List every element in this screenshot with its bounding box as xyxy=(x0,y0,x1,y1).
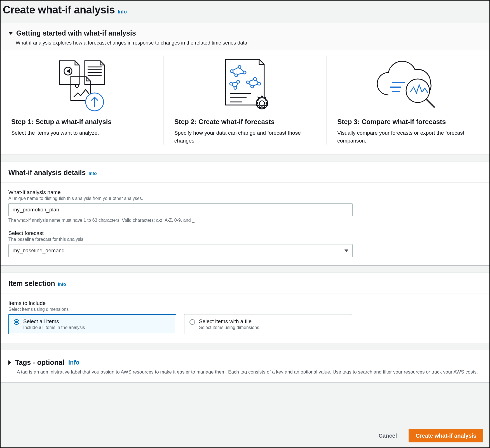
step-1-title: Step 1: Setup a what-if analysis xyxy=(11,118,153,126)
name-hint: A unique name to distinguish this analys… xyxy=(8,196,482,201)
step-3-desc: Visually compare your forecasts or expor… xyxy=(337,129,479,144)
page-info-link[interactable]: Info xyxy=(118,9,127,15)
cloud-analysis-icon xyxy=(337,56,479,115)
tags-info-link[interactable]: Info xyxy=(68,359,79,366)
page-title: Create what-if analysis xyxy=(3,4,115,16)
step-3: Step 3: Compare what-if forecasts Visual… xyxy=(327,56,489,144)
tile-title: Select items with a file xyxy=(199,318,259,325)
svg-line-29 xyxy=(232,82,237,83)
chevron-down-icon xyxy=(344,249,348,252)
step-1: Step 1: Setup a what-if analysis Select … xyxy=(1,56,164,144)
details-info-link[interactable]: Info xyxy=(88,171,97,176)
svg-line-17 xyxy=(240,68,244,71)
tile-desc: Select items using dimensions xyxy=(199,325,259,330)
process-document-icon xyxy=(174,56,316,115)
getting-started-panel: Getting started with what-if analysis Wh… xyxy=(1,23,489,155)
svg-line-31 xyxy=(236,83,238,87)
forecast-select[interactable]: my_baseline_demand xyxy=(8,244,353,257)
tile-desc: Include all items in the analysis xyxy=(23,325,85,330)
step-2-title: Step 2: Create what-if forecasts xyxy=(174,118,316,126)
item-selection-title: Item selection xyxy=(8,279,55,288)
step-2-desc: Specify how your data can change and for… xyxy=(174,129,316,144)
page-header: Create what-if analysis Info xyxy=(1,1,489,23)
details-panel: What-if analysis details Info What-if an… xyxy=(1,162,489,266)
svg-point-27 xyxy=(237,80,240,83)
name-constraint: The what-if analysis name must have 1 to… xyxy=(8,218,482,223)
caret-right-icon xyxy=(8,360,11,365)
svg-line-23 xyxy=(253,84,258,86)
radio-icon xyxy=(189,319,195,325)
step-2: Step 2: Create what-if forecasts Specify… xyxy=(164,56,327,144)
svg-line-25 xyxy=(256,80,258,83)
item-selection-info-link[interactable]: Info xyxy=(58,282,66,287)
svg-line-30 xyxy=(232,85,235,87)
svg-point-5 xyxy=(76,85,78,87)
items-label: Items to include xyxy=(8,300,482,306)
tags-toggle[interactable]: Tags - optional Info xyxy=(8,358,482,367)
svg-line-38 xyxy=(426,99,435,108)
tags-title: Tags - optional xyxy=(15,358,64,367)
name-input[interactable] xyxy=(13,204,348,216)
upload-files-icon xyxy=(11,56,153,115)
step-3-title: Step 3: Compare what-if forecasts xyxy=(337,118,479,126)
items-hint: Select items using dimensions xyxy=(8,307,482,312)
forecast-label: Select forecast xyxy=(8,230,482,236)
tile-title: Select all items xyxy=(23,318,85,325)
tile-select-items-file[interactable]: Select items with a file Select items us… xyxy=(184,314,352,334)
getting-started-toggle[interactable]: Getting started with what-if analysis xyxy=(8,29,482,37)
svg-line-16 xyxy=(233,72,235,74)
svg-line-14 xyxy=(233,67,238,70)
create-button[interactable]: Create what-if analysis xyxy=(409,429,483,442)
tags-panel: Tags - optional Info A tag is an adminis… xyxy=(1,350,489,382)
svg-line-24 xyxy=(249,83,251,86)
forecast-value: my_baseline_demand xyxy=(13,248,65,254)
tile-select-all-items[interactable]: Select all items Include all items in th… xyxy=(8,314,176,334)
details-title: What-if analysis details xyxy=(8,169,86,177)
getting-started-title: Getting started with what-if analysis xyxy=(16,29,136,37)
name-input-wrap xyxy=(8,203,353,216)
name-label: What-if analysis name xyxy=(8,189,482,195)
footer: Cancel Create what-if analysis xyxy=(1,424,489,447)
svg-line-22 xyxy=(249,80,254,81)
cancel-button[interactable]: Cancel xyxy=(372,429,404,442)
step-1-desc: Select the items you want to analyze. xyxy=(11,129,153,137)
caret-down-icon xyxy=(8,32,13,35)
radio-icon xyxy=(14,319,19,325)
item-selection-panel: Item selection Info Items to include Sel… xyxy=(1,272,489,343)
getting-started-subtext: What-if analysis explores how a forecast… xyxy=(16,40,482,46)
tags-desc: A tag is an administrative label that yo… xyxy=(17,369,482,375)
svg-line-15 xyxy=(237,73,243,74)
forecast-hint: The baseline forecast for this analysis. xyxy=(8,237,482,242)
